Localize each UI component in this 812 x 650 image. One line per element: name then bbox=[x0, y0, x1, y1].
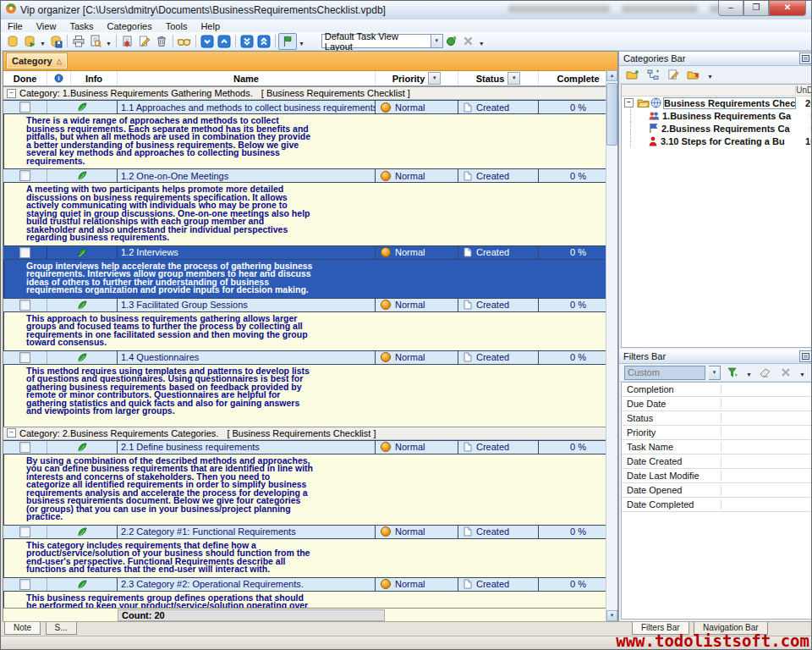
new-task-button[interactable]: ✱ bbox=[119, 34, 136, 49]
task-note-row[interactable]: There is a wide range of approaches and … bbox=[3, 114, 617, 168]
new-subcategory-button[interactable] bbox=[645, 67, 661, 82]
collapse-icon[interactable]: − bbox=[624, 98, 634, 107]
filter-row[interactable]: Priority ▼ bbox=[622, 426, 812, 440]
column-undone[interactable]: UnD... bbox=[795, 85, 812, 95]
task-row[interactable]: 1.1 Approaches and methods to collect bu… bbox=[3, 100, 617, 114]
menu-view[interactable]: View bbox=[30, 21, 63, 31]
dropdown-caret-icon[interactable]: ▼ bbox=[38, 38, 47, 50]
task-checkbox[interactable] bbox=[19, 442, 30, 453]
delete-layout-button[interactable] bbox=[460, 34, 477, 49]
task-row[interactable]: 1.2 One-on-One Meetings Normal Created 0… bbox=[3, 168, 617, 183]
vertical-scrollbar[interactable]: ▲ ▼ bbox=[606, 70, 617, 621]
print-button[interactable] bbox=[70, 34, 87, 49]
task-checkbox[interactable] bbox=[19, 300, 30, 311]
maximize-button[interactable]: ❐ bbox=[743, 1, 769, 16]
task-note-row[interactable]: A meeting with two participants helps pr… bbox=[3, 183, 617, 245]
open-database-button[interactable] bbox=[21, 34, 38, 49]
collapse-icon[interactable]: − bbox=[7, 428, 16, 438]
clear-filter-button[interactable] bbox=[757, 365, 774, 380]
print-preview-button[interactable] bbox=[87, 34, 104, 49]
column-priority[interactable]: Priority▼ bbox=[376, 71, 458, 85]
task-note-row[interactable]: This approach to business requirements g… bbox=[3, 312, 617, 350]
task-checkbox[interactable] bbox=[19, 102, 30, 113]
new-category-button[interactable] bbox=[624, 67, 641, 82]
column-priority-icon-header[interactable]: i bbox=[47, 71, 71, 85]
move-bottom-button[interactable] bbox=[239, 34, 255, 49]
category-tree-item[interactable]: 1.Business Requirements Ga 5 5 bbox=[622, 109, 812, 122]
edit-category-button[interactable] bbox=[665, 67, 682, 82]
menu-file[interactable]: File bbox=[1, 21, 30, 31]
column-done[interactable]: Done bbox=[3, 71, 47, 85]
menu-tools[interactable]: Tools bbox=[159, 21, 195, 31]
column-status[interactable]: Status▼ bbox=[458, 71, 539, 85]
toolbar-overflow-icon[interactable]: ▼ bbox=[477, 38, 486, 50]
close-button[interactable]: ✕ bbox=[769, 1, 806, 16]
filter-row[interactable]: Date Created ▼ bbox=[622, 454, 812, 469]
scroll-down-icon[interactable]: ▼ bbox=[606, 610, 617, 621]
filter-row[interactable]: Date Last Modifie ▼ bbox=[622, 469, 812, 483]
category-tree-item[interactable]: 3.10 Steps for Creating a Bu 10 10 bbox=[622, 135, 812, 147]
task-row[interactable]: 2.3 Category #2: Operational Requirement… bbox=[3, 577, 617, 592]
task-checkbox[interactable] bbox=[19, 247, 30, 258]
task-row[interactable]: 1.2 Interviews Normal Created 0 % bbox=[3, 245, 617, 260]
task-row[interactable]: 2.2 Category #1: Functional Requirements… bbox=[3, 525, 617, 539]
apply-filter-dropdown-icon[interactable]: ▼ bbox=[744, 369, 754, 381]
collapse-icon[interactable]: − bbox=[7, 89, 16, 98]
scrollbar-thumb[interactable] bbox=[606, 83, 617, 146]
scroll-up-icon[interactable]: ▲ bbox=[606, 70, 617, 81]
delete-category-button[interactable] bbox=[685, 67, 702, 82]
dropdown-caret-icon[interactable]: ▼ bbox=[104, 38, 113, 50]
status-filter-dropdown-icon[interactable]: ▼ bbox=[508, 72, 520, 85]
move-up-button[interactable] bbox=[216, 34, 233, 49]
categories-restore-icon[interactable] bbox=[799, 52, 812, 64]
edit-task-button[interactable] bbox=[136, 34, 153, 49]
delete-filter-button[interactable] bbox=[777, 365, 794, 380]
task-note-row[interactable]: Group interviews help accelerate the pro… bbox=[3, 260, 617, 298]
task-row[interactable]: 2.1 Define business requirements Normal … bbox=[3, 440, 617, 454]
filters-restore-icon[interactable] bbox=[799, 350, 812, 362]
category-tree-item[interactable]: − Business Requirements Chec 20 20 bbox=[622, 96, 812, 109]
category-group-row[interactable]: − Category: 2.Business Requirements Cate… bbox=[3, 427, 617, 440]
task-checkbox[interactable] bbox=[19, 352, 30, 363]
move-down-button[interactable] bbox=[199, 34, 216, 49]
filter-row[interactable]: Completion ▼ bbox=[622, 383, 812, 397]
view-notes-button[interactable] bbox=[176, 34, 193, 49]
task-checkbox[interactable] bbox=[19, 170, 30, 181]
category-tree-item[interactable]: 2.Business Requirements Ca 5 5 bbox=[622, 122, 812, 135]
categories-toolbar-overflow-icon[interactable]: ▼ bbox=[705, 71, 715, 83]
task-note-row[interactable]: By using a combination of the described … bbox=[3, 454, 617, 525]
menu-tasks[interactable]: Tasks bbox=[63, 21, 100, 31]
task-note-row[interactable]: This method requires using templates and… bbox=[3, 365, 617, 419]
apply-layout-button[interactable] bbox=[443, 34, 460, 49]
menu-categories[interactable]: Categories bbox=[101, 21, 159, 31]
task-note-row[interactable]: This business requirements group defines… bbox=[3, 592, 617, 609]
apply-filter-button[interactable] bbox=[724, 365, 741, 380]
filter-row[interactable]: Date Opened ▼ bbox=[622, 483, 812, 498]
priority-filter-dropdown-icon[interactable]: ▼ bbox=[428, 72, 441, 85]
filter-preset-dropdown-icon[interactable]: ▼ bbox=[709, 366, 721, 380]
tab-s[interactable]: S... bbox=[46, 622, 77, 635]
tab-note[interactable]: Note bbox=[4, 622, 41, 635]
category-group-row[interactable]: − Category: 1.Business Requirements Gath… bbox=[3, 86, 617, 100]
save-database-button[interactable] bbox=[47, 34, 64, 49]
task-view-layout-combo[interactable]: Default Task View Layout bbox=[321, 34, 431, 48]
task-checkbox[interactable] bbox=[19, 579, 30, 590]
new-database-button[interactable] bbox=[4, 34, 21, 49]
delete-task-button[interactable] bbox=[153, 34, 170, 49]
notify-flag-button[interactable] bbox=[278, 33, 297, 50]
filter-row[interactable]: Date Completed ▼ bbox=[622, 498, 812, 512]
task-row[interactable]: 1.4 Questionnaires Normal Created 0 % bbox=[3, 350, 617, 365]
menu-help[interactable]: Help bbox=[194, 21, 227, 31]
layout-combo-dropdown-icon[interactable]: ▼ bbox=[431, 34, 443, 48]
minimize-button[interactable]: – bbox=[718, 1, 743, 16]
filter-row[interactable]: Task Name bbox=[622, 440, 812, 454]
filters-toolbar-overflow-icon[interactable]: ▼ bbox=[798, 369, 807, 381]
task-checkbox[interactable] bbox=[19, 526, 30, 537]
filter-preset-combo[interactable]: Custom bbox=[624, 366, 705, 380]
column-info[interactable]: Info bbox=[71, 71, 118, 85]
filter-row[interactable]: Due Date ▼ bbox=[622, 397, 812, 411]
column-name[interactable]: Name bbox=[118, 71, 376, 85]
task-row[interactable]: 1.3 Facilitated Group Sessions Normal Cr… bbox=[3, 298, 617, 312]
filter-row[interactable]: Status ▼ bbox=[622, 411, 812, 426]
group-by-category-button[interactable]: Category △ bbox=[7, 53, 67, 69]
